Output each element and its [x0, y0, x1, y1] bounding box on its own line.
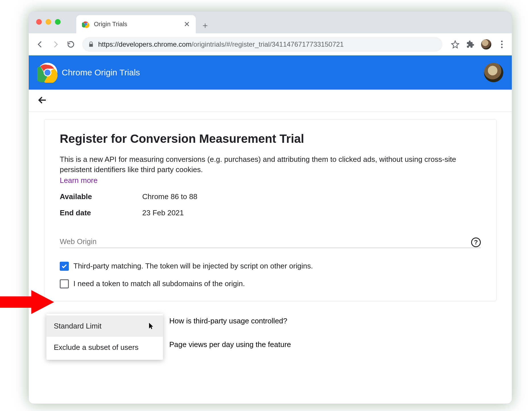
- third-party-label: Third-party matching. The token will be …: [73, 262, 313, 270]
- usage-question: How is third-party usage controlled?: [169, 317, 496, 325]
- svg-point-3: [501, 40, 503, 42]
- profile-avatar-large[interactable]: [484, 63, 503, 82]
- web-origin-field[interactable]: Web Origin ?: [60, 237, 481, 248]
- chrome-logo-icon: [37, 62, 58, 83]
- dropdown-option-standard[interactable]: Standard Limit: [46, 315, 163, 337]
- profile-avatar-small[interactable]: [481, 39, 491, 49]
- third-party-checkbox-row[interactable]: Third-party matching. The token will be …: [60, 262, 481, 271]
- maximize-window-icon[interactable]: [55, 19, 61, 25]
- third-party-checkbox[interactable]: [60, 262, 69, 271]
- app-header: Chrome Origin Trials: [29, 55, 512, 90]
- reload-button[interactable]: [65, 38, 77, 51]
- extensions-icon[interactable]: [466, 40, 475, 49]
- tab-title: Origin Trials: [94, 20, 180, 28]
- svg-point-4: [501, 44, 503, 45]
- chrome-favicon-icon: [82, 20, 90, 28]
- window-controls: [29, 12, 61, 25]
- browser-window: Origin Trials ✕ ＋ https://developers.chr…: [28, 11, 512, 404]
- learn-more-link[interactable]: Learn more: [60, 176, 481, 185]
- lock-icon: [88, 41, 94, 47]
- toolbar: https://developers.chrome.com/origintria…: [29, 33, 512, 55]
- close-window-icon[interactable]: [36, 19, 42, 25]
- minimize-window-icon[interactable]: [46, 19, 51, 25]
- subdomain-checkbox[interactable]: [60, 279, 69, 288]
- svg-point-5: [501, 46, 503, 48]
- titlebar: Origin Trials ✕ ＋: [29, 12, 512, 33]
- enddate-value: 23 Feb 2021: [142, 208, 184, 217]
- bookmark-icon[interactable]: [450, 40, 460, 49]
- available-value: Chrome 86 to 88: [142, 192, 197, 201]
- dropdown-option-exclude[interactable]: Exclude a subset of users: [46, 337, 163, 358]
- toolbar-actions: [450, 39, 507, 49]
- kebab-menu-icon[interactable]: [497, 40, 507, 49]
- subdomain-label: I need a token to match all subdomains o…: [73, 279, 245, 288]
- mouse-cursor-icon: [148, 322, 154, 330]
- pageviews-label: Page views per day using the feature: [169, 340, 496, 349]
- back-button[interactable]: [34, 38, 46, 51]
- annotation-arrow-icon: [0, 288, 57, 316]
- page-description: This is a new API for measuring conversi…: [60, 154, 481, 175]
- new-tab-icon[interactable]: ＋: [201, 20, 209, 31]
- page-heading: Register for Conversion Measurement Tria…: [60, 132, 481, 146]
- url-text: https://developers.chrome.com/origintria…: [98, 40, 344, 48]
- available-label: Available: [60, 192, 142, 201]
- tab-close-icon[interactable]: ✕: [184, 20, 190, 29]
- usage-section: Standard Limit Exclude a subset of users…: [44, 317, 496, 349]
- subdomain-checkbox-row[interactable]: I need a token to match all subdomains o…: [60, 279, 481, 288]
- svg-point-8: [45, 70, 51, 76]
- forward-button[interactable]: [49, 38, 62, 51]
- usage-limit-dropdown[interactable]: Standard Limit Exclude a subset of users: [46, 314, 163, 360]
- address-bar[interactable]: https://developers.chrome.com/origintria…: [82, 37, 442, 52]
- browser-tab[interactable]: Origin Trials ✕: [76, 15, 196, 33]
- enddate-label: End date: [60, 208, 142, 217]
- help-icon[interactable]: ?: [471, 237, 481, 247]
- sub-header: [29, 90, 512, 112]
- svg-point-2: [85, 23, 87, 25]
- app-title: Chrome Origin Trials: [62, 68, 140, 77]
- registration-card: Register for Conversion Measurement Tria…: [44, 119, 496, 301]
- web-origin-placeholder: Web Origin: [60, 237, 468, 246]
- page-back-icon[interactable]: [37, 95, 48, 106]
